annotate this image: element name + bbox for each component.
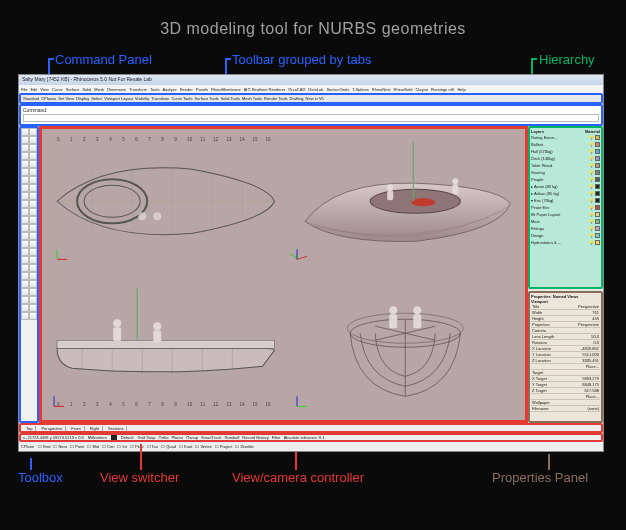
osnap-toggle[interactable]: ☐ Quad xyxy=(161,444,176,449)
status-toggle[interactable]: Ortho xyxy=(159,435,169,440)
menu-item[interactable]: Transform xyxy=(129,87,147,92)
layer-row[interactable]: People💡 xyxy=(531,176,600,183)
osnap-toggle[interactable]: ☐ End xyxy=(38,444,50,449)
tool-button[interactable] xyxy=(21,296,29,304)
menu-item[interactable]: Mesh xyxy=(94,87,104,92)
menu-item[interactable]: View xyxy=(40,87,49,92)
status-bar-camera[interactable]: x -21723.4496 y 49574.5213 z 0.0 Millime… xyxy=(19,433,603,442)
command-input[interactable] xyxy=(23,114,599,122)
osnap-toggle[interactable]: ☐ Int xyxy=(117,444,127,449)
viewport-right[interactable] xyxy=(285,276,526,421)
status-toggle[interactable]: Gumball xyxy=(224,435,239,440)
layer-row[interactable]: ▸ Adrian (85 kg)💡 xyxy=(531,190,600,197)
toolbar-tab[interactable]: Display xyxy=(76,96,89,101)
layer-row[interactable]: Ballast💡 xyxy=(531,141,600,148)
viewport-front[interactable]: 012345678910111213141516 xyxy=(42,276,283,421)
toolbar-tab[interactable]: Transform xyxy=(151,96,169,101)
tool-button[interactable] xyxy=(21,184,29,192)
tool-button[interactable] xyxy=(29,176,37,184)
menu-item[interactable]: RhinoMembrane xyxy=(211,87,241,92)
toolbox[interactable] xyxy=(19,126,39,423)
view-tab[interactable]: Right xyxy=(87,426,103,431)
view-tab[interactable]: Front xyxy=(68,426,84,431)
menu-item[interactable]: Dimension xyxy=(107,87,126,92)
tool-button[interactable] xyxy=(29,304,37,312)
status-toggle[interactable]: Absolute tolerance: 0.1 xyxy=(284,435,325,440)
toolbar-tab[interactable]: Select xyxy=(91,96,102,101)
tool-button[interactable] xyxy=(21,168,29,176)
menu-item[interactable]: T-Splines xyxy=(352,87,369,92)
tool-button[interactable] xyxy=(21,208,29,216)
viewport-perspective[interactable] xyxy=(285,129,526,274)
menu-item[interactable]: Panels xyxy=(196,87,208,92)
toolbar-tab[interactable]: Drafting xyxy=(290,96,304,101)
layer-row[interactable]: Fittings💡 xyxy=(531,225,600,232)
tool-button[interactable] xyxy=(29,296,37,304)
menu-item[interactable]: Edit xyxy=(30,87,37,92)
tool-button[interactable] xyxy=(21,192,29,200)
osnap-toggle[interactable]: ☐ Vertex xyxy=(195,444,211,449)
osnap-toggle[interactable]: ☐ Mid xyxy=(87,444,99,449)
layer-row[interactable]: Hull (570kg)💡 xyxy=(531,148,600,155)
tool-button[interactable] xyxy=(29,128,37,136)
menu-item[interactable]: Clayoo xyxy=(415,87,427,92)
view-switcher[interactable]: TopPerspectiveFrontRightSections xyxy=(19,423,603,433)
tool-button[interactable] xyxy=(21,240,29,248)
toolbar-tab-strip[interactable]: StandardCPlanesSet ViewDisplaySelectView… xyxy=(19,93,603,104)
tool-button[interactable] xyxy=(21,176,29,184)
tool-button[interactable] xyxy=(29,208,37,216)
layer-row[interactable]: Mast💡 xyxy=(531,218,600,225)
osnap-toggle[interactable]: ☐ Cen xyxy=(102,444,114,449)
tool-button[interactable] xyxy=(29,216,37,224)
layer-row[interactable]: Searing💡 xyxy=(531,169,600,176)
tool-button[interactable] xyxy=(21,160,29,168)
tool-button[interactable] xyxy=(29,256,37,264)
toolbar-tab[interactable]: Visibility xyxy=(135,96,149,101)
tool-button[interactable] xyxy=(29,200,37,208)
toolbar-tab[interactable]: Standard xyxy=(23,96,39,101)
menu-item[interactable]: File xyxy=(21,87,27,92)
tool-button[interactable] xyxy=(21,216,29,224)
toolbar-tab[interactable]: CPlanes xyxy=(41,96,56,101)
menu-item[interactable]: Curve xyxy=(52,87,63,92)
menu-item[interactable]: Solid xyxy=(82,87,91,92)
layer-row[interactable]: Pirate Eric💡 xyxy=(531,204,600,211)
tool-button[interactable] xyxy=(21,128,29,136)
osnap-toggle[interactable]: ☐ Near xyxy=(53,444,67,449)
status-toggle[interactable]: Osnap xyxy=(186,435,198,440)
osnap-toggle[interactable]: ☐ Disable xyxy=(235,444,253,449)
toolbar-tab[interactable]: Viewport Layout xyxy=(104,96,133,101)
hierarchy-panel[interactable]: Layers Material Rating Exam...💡Ballast💡H… xyxy=(528,126,603,289)
tool-button[interactable] xyxy=(29,160,37,168)
menu-item[interactable]: RhinoGold xyxy=(394,87,413,92)
tool-button[interactable] xyxy=(21,248,29,256)
tool-button[interactable] xyxy=(29,312,37,320)
menu-item[interactable]: AIO Realtime Renderer xyxy=(244,87,286,92)
tool-button[interactable] xyxy=(29,192,37,200)
tool-button[interactable] xyxy=(29,184,37,192)
menu-item[interactable]: Analyze xyxy=(162,87,176,92)
menu-item[interactable]: Help xyxy=(457,87,465,92)
tool-button[interactable] xyxy=(29,248,37,256)
status-layer[interactable]: Default xyxy=(121,435,134,440)
tool-button[interactable] xyxy=(29,280,37,288)
tool-button[interactable] xyxy=(29,232,37,240)
layer-row[interactable]: Hydrostatics & ...💡 xyxy=(531,239,600,246)
status-toggle[interactable]: Record History xyxy=(242,435,268,440)
tool-button[interactable] xyxy=(21,312,29,320)
tool-button[interactable] xyxy=(21,152,29,160)
toolbar-tab[interactable]: New in V5 xyxy=(306,96,324,101)
toolbar-tab[interactable]: Mesh Tools xyxy=(242,96,262,101)
tool-button[interactable] xyxy=(29,240,37,248)
menu-item[interactable]: Flamingo nXt xyxy=(431,87,455,92)
menu-item[interactable]: Surface xyxy=(66,87,80,92)
tool-button[interactable] xyxy=(21,264,29,272)
layer-row[interactable]: Design💡 xyxy=(531,232,600,239)
tool-button[interactable] xyxy=(29,272,37,280)
property-row[interactable]: Filename(none) xyxy=(531,406,600,412)
status-units[interactable]: Millimeters xyxy=(88,435,107,440)
tool-button[interactable] xyxy=(21,280,29,288)
viewport-top[interactable]: 012345678910111213141516 xyxy=(42,129,283,274)
tool-button[interactable] xyxy=(29,144,37,152)
layer-row[interactable]: ▸ Azam (80 kg)💡 xyxy=(531,183,600,190)
